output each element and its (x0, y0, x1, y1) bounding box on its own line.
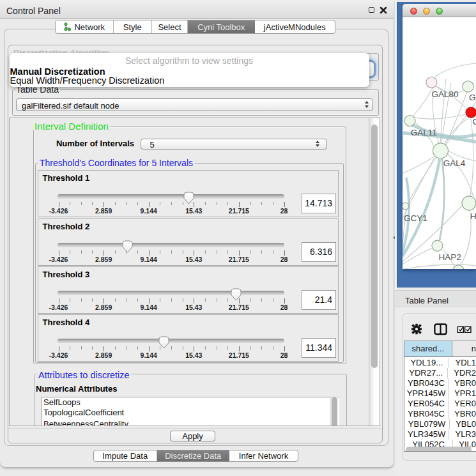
svg-text:C: C (473, 117, 476, 127)
svg-text:GAL4: GAL4 (443, 158, 466, 168)
svg-text:GAL80: GAL80 (432, 89, 459, 99)
svg-text:GA: GA (469, 93, 476, 102)
svg-text:H: H (470, 211, 476, 221)
svg-text:GAL11: GAL11 (411, 128, 437, 137)
svg-text:GCY1: GCY1 (404, 213, 427, 223)
svg-text:HAP2: HAP2 (438, 252, 461, 262)
